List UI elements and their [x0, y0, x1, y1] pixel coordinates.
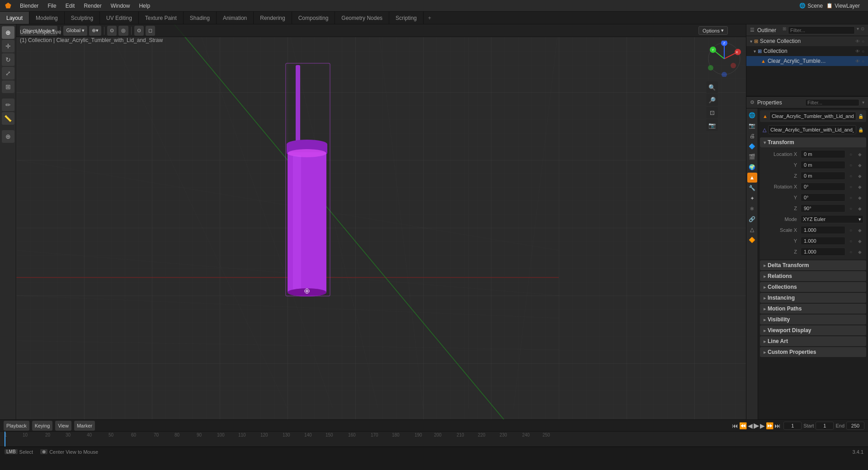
prev-frame-btn[interactable]: ◀ [748, 422, 753, 429]
outliner-scene-collection[interactable]: ▾ ⊞ Scene Collection 👁 ○ [746, 36, 868, 46]
object-data-lock[interactable]: 🔒 [858, 127, 863, 132]
viewport-pivot-dropdown[interactable]: ⊕▾ [89, 26, 101, 36]
section-collections-header[interactable]: ▸ Collections [760, 282, 866, 292]
menu-help[interactable]: Help [135, 2, 154, 10]
outliner-filter-btn[interactable]: ⊞ [783, 26, 786, 34]
object-mode-dropdown[interactable]: Object Mode ▾ [20, 26, 57, 36]
prop-tab-modifiers[interactable]: 🔧 [747, 183, 757, 193]
menu-window[interactable]: Window [107, 2, 134, 10]
timeline-keying-dropdown[interactable]: Keying [32, 421, 53, 431]
prop-tab-data[interactable]: △ [747, 225, 757, 235]
prop-tab-world[interactable]: 🌍 [747, 162, 757, 172]
viewport-xray-btn[interactable]: ◻ [146, 26, 155, 36]
outliner-sync-btn[interactable]: ⊙ [861, 26, 864, 34]
blender-logo[interactable]: ⬟ [4, 1, 13, 10]
zoom-to-fit-button[interactable]: ⊡ [706, 107, 718, 118]
start-frame-input[interactable] [816, 422, 834, 430]
prop-tab-material[interactable]: 🔶 [747, 235, 757, 245]
jump-start-btn[interactable]: ⏮ [732, 422, 738, 429]
prop-tab-scene2[interactable]: 🎬 [747, 152, 757, 162]
viewport-proportional-btn[interactable]: ◎ [118, 26, 128, 36]
menu-file[interactable]: File [44, 2, 60, 10]
outliner-search-input[interactable] [788, 26, 855, 34]
timeline-playback-dropdown[interactable]: Playback [4, 421, 29, 431]
viewport-global-dropdown[interactable]: Global ▾ [63, 26, 87, 36]
menu-edit[interactable]: Edit [62, 2, 79, 10]
tool-transform[interactable]: ⊞ [2, 80, 14, 93]
scene-collection-hide[interactable]: ○ [862, 39, 864, 44]
location-y-value[interactable]: 0 m [801, 161, 845, 169]
timeline-track[interactable]: 1 10 20 30 40 50 60 70 80 90 100 110 120… [0, 432, 868, 446]
tab-sculpting[interactable]: Sculpting [65, 12, 100, 24]
tab-texture-paint[interactable]: Texture Paint [139, 12, 184, 24]
tab-scripting[interactable]: Scripting [389, 12, 424, 24]
object-name-input[interactable] [769, 112, 856, 121]
next-frame-btn[interactable]: ▶ [760, 422, 765, 429]
tool-measure[interactable]: 📏 [2, 112, 14, 125]
rotation-x-value[interactable]: 0° [801, 183, 845, 191]
section-transform-header[interactable]: ▾ Transform [760, 137, 866, 147]
object-eye[interactable]: 👁 [855, 59, 860, 64]
section-delta-header[interactable]: ▸ Delta Transform [760, 260, 866, 270]
scale-y-key[interactable]: ◆ [856, 237, 863, 244]
location-y-lock[interactable]: ○ [847, 161, 854, 169]
properties-filter-arrow[interactable]: ▾ [862, 100, 864, 105]
section-instancing-header[interactable]: ▸ Instancing [760, 293, 866, 303]
location-z-value[interactable]: 0 m [801, 172, 845, 180]
section-visibility-header[interactable]: ▸ Visibility [760, 315, 866, 324]
end-frame-input[interactable] [846, 422, 864, 430]
outliner-collection[interactable]: ▾ ⊞ Collection 👁 ○ [746, 46, 868, 56]
collection-hide[interactable]: ○ [862, 49, 864, 54]
scale-x-lock[interactable]: ○ [847, 226, 854, 234]
timeline-view-dropdown[interactable]: View [55, 421, 71, 431]
prop-tab-output[interactable]: 🖨 [747, 131, 757, 141]
location-x-key[interactable]: ◆ [856, 150, 863, 158]
scale-y-lock[interactable]: ○ [847, 237, 854, 244]
outliner-filter-options[interactable]: ▾ [857, 26, 859, 34]
tool-cursor[interactable]: ⊕ [2, 26, 14, 39]
viewport-3d[interactable]: Object Mode ▾ Global ▾ ⊕▾ ⊙ ◎ ⊙ ◻ Option… [16, 24, 746, 419]
section-motion-paths-header[interactable]: ▸ Motion Paths [760, 304, 866, 314]
location-x-lock[interactable]: ○ [847, 150, 854, 158]
tool-add[interactable]: ⊕ [2, 130, 14, 143]
section-viewport-display-header[interactable]: ▸ Viewport Display [760, 325, 866, 335]
prop-tab-constraints[interactable]: 🔗 [747, 214, 757, 224]
prop-tab-scene[interactable]: 🌐 [747, 110, 757, 120]
viewport-overlay-btn[interactable]: ⊙ [134, 26, 144, 36]
section-custom-props-header[interactable]: ▸ Custom Properties [760, 347, 866, 357]
tool-annotate[interactable]: ✏ [2, 99, 14, 111]
tab-modeling[interactable]: Modeling [29, 12, 65, 24]
rotation-y-value[interactable]: 0° [801, 193, 845, 202]
collection-eye[interactable]: 👁 [855, 49, 860, 54]
scale-z-lock[interactable]: ○ [847, 248, 854, 255]
rotation-z-lock[interactable]: ○ [847, 205, 854, 212]
prop-tab-particles[interactable]: ✦ [747, 193, 757, 203]
tab-uv-editing[interactable]: UV Editing [100, 12, 139, 24]
tab-rendering[interactable]: Rendering [254, 12, 292, 24]
nav-gizmo[interactable]: X Y Z [706, 41, 742, 77]
tool-move[interactable]: ✛ [2, 40, 14, 52]
tab-geometry-nodes[interactable]: Geometry Nodes [335, 12, 389, 24]
tab-animation[interactable]: Animation [217, 12, 254, 24]
add-workspace-button[interactable]: + [424, 12, 436, 24]
rotation-y-lock[interactable]: ○ [847, 194, 854, 201]
tab-layout[interactable]: Layout [0, 12, 29, 24]
scale-y-value[interactable]: 1.000 [801, 237, 845, 245]
rotation-x-key[interactable]: ◆ [856, 183, 863, 190]
prop-tab-physics[interactable]: ⚛ [747, 204, 757, 214]
rotation-mode-dropdown[interactable]: XYZ Euler ▾ [801, 215, 863, 223]
menu-render[interactable]: Render [80, 2, 105, 10]
scale-x-key[interactable]: ◆ [856, 226, 863, 234]
rotation-x-lock[interactable]: ○ [847, 183, 854, 190]
scale-z-key[interactable]: ◆ [856, 248, 863, 255]
location-z-key[interactable]: ◆ [856, 172, 863, 179]
scale-x-value[interactable]: 1.000 [801, 226, 845, 234]
prop-tab-view-layer[interactable]: 🔷 [747, 141, 757, 151]
tab-compositing[interactable]: Compositing [292, 12, 335, 24]
timeline-playhead[interactable] [5, 432, 5, 446]
prev-keyframe-btn[interactable]: ⏪ [739, 422, 747, 429]
object-name-lock[interactable]: 🔒 [858, 114, 863, 119]
tool-scale[interactable]: ⤢ [2, 67, 14, 80]
jump-end-btn[interactable]: ⏭ [774, 422, 781, 429]
rotation-z-key[interactable]: ◆ [856, 205, 863, 212]
